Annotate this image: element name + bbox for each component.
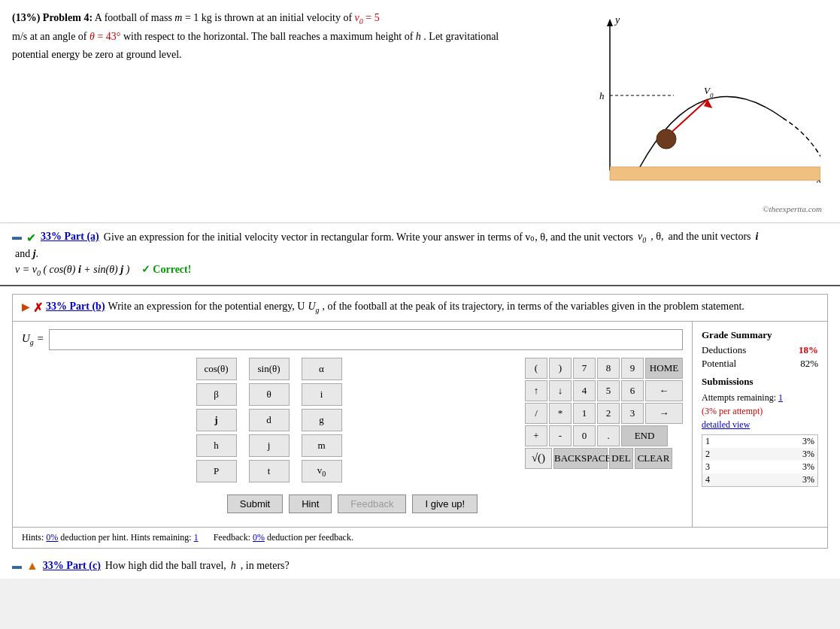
part-a-desc: Give an expression for the initial veloc… (104, 231, 633, 243)
hint-button[interactable]: Hint (289, 494, 332, 513)
part-b-content: Ug = cos(θ) β j h P (13, 322, 827, 527)
submit-button[interactable]: Submit (227, 494, 283, 513)
btn-g[interactable]: g (302, 409, 342, 431)
feedback-button[interactable]: Feedback (338, 494, 406, 513)
btn-plus[interactable]: + (525, 425, 547, 446)
part-c-minus-icon: ▬ (12, 560, 22, 572)
keypad-col-2: sin(θ) θ d j t (249, 358, 290, 482)
btn-i[interactable]: i (302, 383, 342, 406)
btn-home[interactable]: HOME (645, 358, 683, 379)
btn-divide[interactable]: / (525, 403, 547, 424)
hints-remaining[interactable]: 1 (194, 532, 199, 543)
btn-j[interactable]: j (249, 434, 290, 457)
numpad-row-2: ↑ ↓ 4 5 6 ← (525, 380, 683, 401)
attempt-2-score: 3% (802, 449, 814, 460)
trajectory-svg: y x h (550, 13, 820, 201)
part-b-section: ▶ ✗ 33% Part (b) Write an expression for… (0, 286, 840, 549)
attempt-1-num: 1 (705, 436, 710, 447)
btn-v0[interactable]: v0 (302, 460, 342, 482)
copyright: ©theexpertta.com (542, 204, 828, 216)
btn-P[interactable]: P (196, 460, 237, 482)
btn-5[interactable]: 5 (597, 380, 620, 401)
btn-dot[interactable]: . (597, 425, 620, 446)
btn-2[interactable]: 2 (597, 403, 620, 424)
feedback-text-2: deduction per feedback. (267, 532, 353, 543)
btn-down[interactable]: ↓ (549, 380, 572, 401)
hints-bar: Hints: 0% deduction per hint. Hints rema… (13, 527, 827, 548)
answer-input[interactable] (49, 329, 683, 350)
page-container: (13%) Problem 4: A football of mass m = … (0, 0, 840, 579)
part-b-red-x: ✗ (33, 301, 43, 315)
btn-3[interactable]: 3 (621, 403, 644, 424)
attempts-scroll[interactable]: 1 3% 2 3% 3 3% (702, 434, 818, 487)
part-b-desc: Write an expression for the potential en… (108, 301, 305, 313)
attempt-1-score: 3% (802, 436, 814, 447)
h-var: h (416, 31, 421, 42)
per-attempt: (3% per attempt) (702, 404, 818, 418)
grade-summary: Grade Summary Deductions 18% Potential 8… (702, 329, 818, 370)
feedback-pct-link[interactable]: 0% (253, 532, 265, 543)
btn-del[interactable]: DEL (609, 448, 633, 469)
submissions-title: Submissions (702, 376, 818, 388)
input-row: Ug = (22, 329, 683, 350)
btn-0[interactable]: 0 (573, 425, 596, 446)
btn-theta[interactable]: θ (249, 383, 290, 406)
comma-theta: , θ, (650, 231, 663, 243)
part-c-percent: 33% Part (c) (43, 560, 101, 572)
detailed-view-link[interactable]: detailed view (702, 418, 818, 431)
part-a-minus-icon: ▬ (12, 231, 22, 243)
attempts-link[interactable]: 1 (778, 392, 783, 403)
problem-text-3: with respect to the horizontal. The ball… (123, 31, 416, 42)
svg-text:V0: V0 (704, 85, 714, 99)
ug-sub: Ug (308, 301, 319, 314)
btn-beta[interactable]: β (196, 383, 237, 406)
attempt-2-num: 2 (705, 449, 710, 460)
part-b-header: ▶ ✗ 33% Part (b) Write an expression for… (13, 295, 827, 322)
btn-multiply[interactable]: * (549, 403, 572, 424)
attempts-text: Attempts remaining: 1 (702, 391, 818, 404)
btn-1[interactable]: 1 (573, 403, 596, 424)
btn-t[interactable]: t (249, 460, 290, 482)
btn-4[interactable]: 4 (573, 380, 596, 401)
btn-7[interactable]: 7 (573, 358, 596, 379)
btn-cos[interactable]: cos(θ) (196, 358, 237, 380)
attempt-4: 4 3% (702, 473, 817, 486)
numpad-row-3: / * 1 2 3 → (525, 403, 683, 424)
btn-8[interactable]: 8 (597, 358, 620, 379)
attempt-1: 1 3% (702, 435, 817, 448)
hints-pct-link[interactable]: 0% (46, 532, 58, 543)
btn-open-paren[interactable]: ( (525, 358, 547, 379)
btn-h[interactable]: h (196, 434, 237, 457)
correct-label: ✓ Correct! (141, 264, 192, 275)
btn-6[interactable]: 6 (621, 380, 644, 401)
numpad-row-4: + - 0 . END (525, 425, 683, 446)
btn-up[interactable]: ↑ (525, 380, 547, 401)
btn-backspace[interactable]: BACKSPACE (553, 448, 608, 469)
btn-minus[interactable]: - (549, 425, 572, 446)
deductions-value: 18% (799, 344, 818, 356)
potential-label: Potential (702, 358, 736, 370)
btn-alpha[interactable]: α (302, 358, 342, 380)
problem-text: (13%) Problem 4: A football of mass m = … (12, 9, 527, 216)
btn-sqrt[interactable]: √() (525, 448, 552, 469)
btn-clear[interactable]: CLEAR (635, 448, 672, 469)
problem-text-1: A football of mass (95, 12, 175, 23)
part-b-right: Grade Summary Deductions 18% Potential 8… (692, 322, 827, 527)
give-up-button[interactable]: I give up! (412, 494, 478, 513)
part-b-percent: 33% Part (b) (46, 301, 105, 313)
btn-d[interactable]: d (249, 409, 290, 431)
btn-close-paren[interactable]: ) (549, 358, 572, 379)
keypad: cos(θ) β j h P sin(θ) θ d j (22, 358, 683, 482)
btn-right-arrow[interactable]: → (645, 403, 683, 424)
part-c-warning-icon: ▲ (26, 559, 38, 573)
formula-text: v = v0 ( cos(θ) i + sin(θ) j ) (15, 264, 129, 275)
btn-j-bold[interactable]: j (196, 409, 237, 431)
submissions: Submissions Attempts remaining: 1 (3% pe… (702, 376, 818, 487)
btn-left-arrow[interactable]: ← (645, 380, 683, 401)
part-a-check: ✔ (26, 231, 36, 245)
btn-m[interactable]: m (302, 434, 342, 457)
btn-9[interactable]: 9 (621, 358, 644, 379)
btn-sin[interactable]: sin(θ) (249, 358, 290, 380)
problem-diagram: y x h (542, 9, 828, 216)
btn-end[interactable]: END (621, 425, 668, 446)
